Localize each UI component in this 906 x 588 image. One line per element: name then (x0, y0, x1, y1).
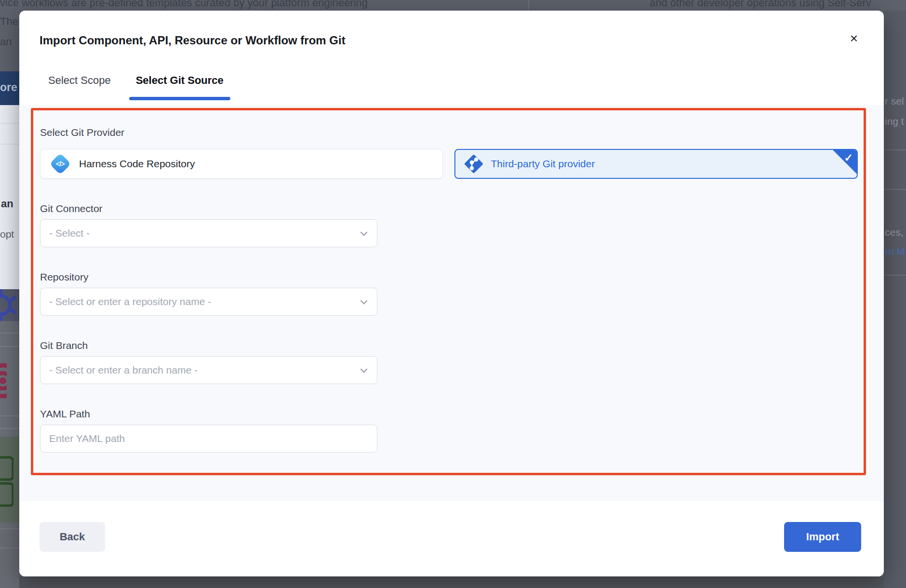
divider (0, 346, 19, 347)
backdrop-bottom-band (0, 576, 906, 588)
backdrop-left-strip: The an ore an opt (0, 11, 19, 588)
git-branch-label: Git Branch (40, 340, 858, 351)
divider (884, 189, 906, 190)
squares-icon (0, 456, 13, 522)
divider (0, 428, 19, 429)
target-circles-icon (0, 361, 7, 409)
divider (884, 149, 906, 150)
divider (0, 548, 19, 548)
git-provider-label: Select Git Provider (40, 127, 858, 138)
active-tab-underline (129, 97, 230, 100)
repository-label: Repository (40, 271, 858, 283)
divider (0, 123, 19, 124)
git-branch-select[interactable]: - Select or enter a branch name - (40, 356, 377, 384)
backdrop-fragment: an (0, 36, 12, 48)
backdrop-fragment: an (1, 198, 13, 210)
backdrop-fragment: The (0, 15, 18, 28)
backdrop-text-right: and other developer operations using Sel… (650, 0, 871, 9)
backdrop-gear-segment (0, 289, 19, 321)
tab-label: Select Git Source (136, 74, 224, 86)
git-branch-placeholder: - Select or enter a branch name - (49, 364, 198, 376)
chevron-down-icon (359, 365, 369, 376)
divider (0, 333, 19, 334)
git-connector-placeholder: - Select - (49, 227, 90, 239)
backdrop-link-fragment: rn M (885, 246, 905, 257)
tab-select-git-source[interactable]: Select Git Source (136, 74, 224, 100)
divider (0, 144, 19, 145)
gear-icon (0, 289, 19, 321)
modal-footer: Back Import (19, 501, 884, 576)
divider (0, 415, 19, 416)
highlight-box: Select Git Provider </> Harness Code Rep… (31, 108, 866, 475)
back-button[interactable]: Back (40, 522, 105, 552)
backdrop-bottom-segment (0, 522, 19, 588)
git-connector-select[interactable]: - Select - (40, 219, 377, 247)
close-icon[interactable]: × (843, 28, 865, 49)
harness-code-repository-card[interactable]: </> Harness Code Repository (40, 149, 443, 179)
tab-select-scope[interactable]: Select Scope (48, 74, 111, 100)
modal-title: Import Component, API, Resource or Workf… (40, 34, 346, 47)
check-icon: ✓ (844, 152, 853, 164)
git-connector-label: Git Connector (40, 203, 858, 214)
git-icon (464, 154, 483, 174)
backdrop-mid-segment (0, 321, 19, 437)
backdrop-right-strip: r sel ing t ces, rn M (884, 11, 906, 588)
backdrop-fragment: r sel (885, 95, 904, 107)
divider (884, 275, 906, 276)
backdrop-light-segment: an opt (0, 105, 19, 289)
backdrop-button-fragment: ore (0, 71, 19, 105)
repository-placeholder: - Select or enter a repository name - (49, 296, 211, 307)
backdrop-fragment: ing t (885, 116, 904, 127)
divider (0, 528, 19, 529)
harness-card-label: Harness Code Repository (79, 158, 195, 170)
code-glyph: </> (56, 160, 64, 168)
third-party-card-label: Third-party Git provider (491, 158, 595, 170)
third-party-git-provider-card[interactable]: Third-party Git provider ✓ (454, 149, 858, 179)
harness-code-icon: </> (49, 153, 71, 175)
import-button[interactable]: Import (784, 522, 861, 552)
repository-select[interactable]: - Select or enter a repository name - (40, 288, 377, 316)
git-provider-cards: </> Harness Code Repository (40, 149, 858, 179)
yaml-path-input[interactable] (40, 425, 377, 453)
modal-body: Select Git Provider </> Harness Code Rep… (19, 105, 884, 501)
backdrop-fragment: ces, (885, 227, 904, 238)
backdrop-top-band: vice workflows are pre-defined templates… (0, 0, 906, 11)
backdrop-divider (528, 0, 529, 11)
chevron-down-icon (359, 228, 369, 239)
chevron-down-icon (359, 297, 369, 307)
backdrop-text-left: vice workflows are pre-defined templates… (0, 0, 368, 9)
modal-tabs: Select Scope Select Git Source (48, 74, 224, 100)
import-from-git-modal: Import Component, API, Resource or Workf… (19, 11, 884, 576)
backdrop-green-segment (0, 437, 19, 522)
yaml-path-label: YAML Path (40, 408, 858, 420)
backdrop-fragment: opt (0, 228, 14, 240)
